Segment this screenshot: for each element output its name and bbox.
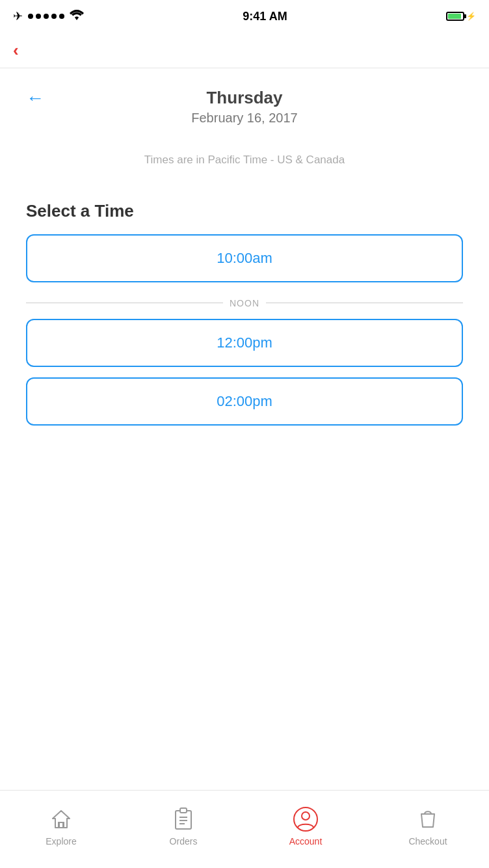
orders-icon xyxy=(170,806,196,832)
status-time: 9:41 AM xyxy=(243,10,287,23)
tab-orders-label: Orders xyxy=(170,836,198,847)
tab-bar: Explore Orders Account xyxy=(0,790,489,868)
signal-dot-4 xyxy=(51,14,57,19)
signal-dot-1 xyxy=(28,14,33,19)
status-left: ✈ xyxy=(13,9,84,23)
noon-divider: NOON xyxy=(26,298,463,308)
bolt-icon: ⚡ xyxy=(466,12,476,21)
signal-dots xyxy=(28,14,64,19)
time-slots-container: 10:00am NOON 12:00pm 02:00pm xyxy=(26,234,463,426)
tab-explore[interactable]: Explore xyxy=(0,806,122,847)
date-prev-arrow[interactable]: ← xyxy=(26,88,44,109)
airplane-icon: ✈ xyxy=(13,9,23,23)
timezone-note: Times are in Pacific Time - US & Canada xyxy=(26,139,463,195)
date-info: Thursday February 16, 2017 xyxy=(191,88,297,126)
select-time-label: Select a Time xyxy=(26,195,463,234)
time-slot-noon[interactable]: 12:00pm xyxy=(26,319,463,367)
tab-account-label: Account xyxy=(289,836,323,847)
tab-account[interactable]: Account xyxy=(244,806,367,847)
account-icon xyxy=(293,806,319,832)
nav-bar: ‹ xyxy=(0,33,489,68)
svg-point-7 xyxy=(302,812,310,820)
battery-fill xyxy=(448,14,461,19)
tab-checkout-label: Checkout xyxy=(408,836,447,847)
battery-indicator: ⚡ xyxy=(446,12,476,21)
time-slot-2pm[interactable]: 02:00pm xyxy=(26,377,463,426)
tab-explore-label: Explore xyxy=(46,836,76,847)
tab-checkout[interactable]: Checkout xyxy=(367,806,489,847)
noon-label: NOON xyxy=(230,298,259,308)
battery-icon xyxy=(446,12,464,21)
back-button[interactable]: ‹ xyxy=(13,42,19,59)
day-name: Thursday xyxy=(191,88,297,108)
status-right: ⚡ xyxy=(446,12,476,21)
explore-icon xyxy=(48,806,74,832)
status-bar: ✈ 9:41 AM ⚡ xyxy=(0,0,489,33)
noon-line-right xyxy=(266,303,463,303)
signal-dot-2 xyxy=(36,14,41,19)
main-content: ← Thursday February 16, 2017 Times are i… xyxy=(0,68,489,790)
full-date: February 16, 2017 xyxy=(191,111,297,126)
date-header: ← Thursday February 16, 2017 xyxy=(26,68,463,139)
time-slot-10am[interactable]: 10:00am xyxy=(26,234,463,282)
noon-line-left xyxy=(26,303,223,303)
svg-rect-2 xyxy=(180,808,187,813)
signal-dot-5 xyxy=(59,14,64,19)
signal-dot-3 xyxy=(44,14,49,19)
tab-orders[interactable]: Orders xyxy=(122,806,244,847)
checkout-icon xyxy=(415,806,441,832)
wifi-icon xyxy=(70,10,84,23)
